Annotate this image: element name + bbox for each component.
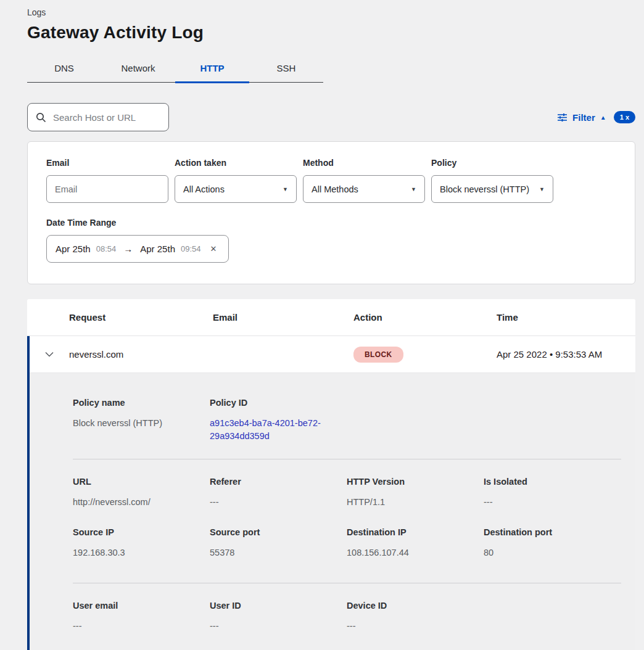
action-select-value: All Actions	[183, 184, 225, 194]
toolbar: Filter ▲ 1 x	[27, 103, 635, 131]
policy-id-link[interactable]: a91c3eb4-ba7a-4201-be72-29a934dd359d	[210, 417, 331, 443]
destination-ip-value: 108.156.107.44	[347, 546, 474, 559]
referer-label: Referer	[210, 477, 337, 487]
http-version-label: HTTP Version	[347, 477, 474, 487]
action-filter-label: Action taken	[175, 158, 297, 168]
daterange-label: Date Time Range	[46, 218, 616, 228]
device-id-label: Device ID	[347, 601, 474, 611]
policy-filter-label: Policy	[431, 158, 553, 168]
referer-value: ---	[210, 496, 337, 509]
policy-select[interactable]: Block neverssl (HTTP) ▼	[431, 175, 553, 203]
search-box[interactable]	[27, 103, 169, 131]
filter-sliders-icon	[557, 112, 568, 123]
tab-bar: DNS Network HTTP SSH	[27, 56, 323, 83]
row-action: BLOCK	[353, 347, 497, 363]
policy-name-value: Block neverssl (HTTP)	[73, 417, 200, 430]
search-input[interactable]	[53, 112, 160, 123]
tab-http[interactable]: HTTP	[175, 56, 249, 82]
user-id-label: User ID	[210, 601, 337, 611]
search-icon	[36, 112, 46, 123]
arrow-right-icon: →	[122, 244, 134, 254]
method-select[interactable]: All Methods ▼	[303, 175, 425, 203]
user-email-value: ---	[73, 620, 200, 633]
email-filter-label: Email	[46, 158, 168, 168]
destination-port-label: Destination port	[484, 527, 611, 537]
source-ip-label: Source IP	[73, 527, 200, 537]
section-divider	[73, 583, 621, 583]
tab-network[interactable]: Network	[101, 56, 175, 82]
chevron-down-icon: ▼	[539, 186, 545, 192]
row-request: neverssl.com	[69, 349, 213, 360]
url-value: http://neverssl.com/	[73, 496, 200, 509]
filter-label: Filter	[572, 112, 595, 123]
col-header-email: Email	[213, 312, 353, 323]
daterange-control[interactable]: Apr 25th 08:54 → Apr 25th 09:54 ✕	[46, 235, 229, 263]
row-expander[interactable]	[30, 352, 69, 357]
chevron-down-icon: ▼	[411, 186, 416, 192]
device-id-value: ---	[347, 620, 474, 633]
source-port-value: 55378	[210, 546, 337, 559]
destination-port-value: 80	[484, 546, 611, 559]
method-select-value: All Methods	[312, 184, 358, 194]
method-filter-label: Method	[303, 158, 425, 168]
daterange-end-date[interactable]: Apr 25th	[140, 244, 175, 254]
col-header-time: Time	[497, 312, 635, 323]
policy-name-label: Policy name	[73, 398, 200, 408]
user-id-value: ---	[210, 620, 337, 633]
tab-ssh[interactable]: SSH	[249, 56, 323, 82]
row-time: Apr 25 2022 • 9:53:53 AM	[497, 349, 635, 360]
log-table: Request Email Action Time neverssl.com B…	[27, 299, 635, 650]
is-isolated-value: ---	[484, 496, 611, 509]
row-details: Policy name Block neverssl (HTTP) Policy…	[30, 373, 635, 650]
table-row[interactable]: neverssl.com BLOCK Apr 25 2022 • 9:53:53…	[30, 336, 635, 373]
email-filter-input[interactable]	[46, 175, 168, 203]
policy-select-value: Block neverssl (HTTP)	[440, 184, 529, 194]
table-header-row: Request Email Action Time	[27, 299, 635, 336]
filter-count-badge[interactable]: 1 x	[614, 111, 635, 123]
daterange-start-time[interactable]: 08:54	[96, 244, 117, 253]
http-version-value: HTTP/1.1	[347, 496, 474, 509]
page-title: Gateway Activity Log	[27, 23, 644, 43]
filter-panel: Email Action taken All Actions ▼ Method …	[27, 141, 635, 284]
col-header-action: Action	[353, 312, 497, 323]
user-email-label: User email	[73, 601, 200, 611]
url-label: URL	[73, 477, 200, 487]
destination-ip-label: Destination IP	[347, 527, 474, 537]
status-badge: BLOCK	[353, 347, 403, 363]
col-header-request: Request	[69, 312, 213, 323]
daterange-start-date[interactable]: Apr 25th	[56, 244, 91, 254]
chevron-up-icon: ▲	[600, 114, 606, 121]
daterange-end-time[interactable]: 09:54	[181, 244, 201, 253]
close-icon[interactable]: ✕	[210, 244, 217, 253]
tab-dns[interactable]: DNS	[27, 56, 101, 82]
is-isolated-label: Is Isolated	[484, 477, 611, 487]
page-header: Logs Gateway Activity Log	[0, 0, 644, 43]
chevron-down-icon: ▼	[283, 186, 288, 192]
expanded-log-entry: neverssl.com BLOCK Apr 25 2022 • 9:53:53…	[27, 336, 635, 650]
breadcrumb[interactable]: Logs	[27, 7, 644, 17]
action-select[interactable]: All Actions ▼	[175, 175, 297, 203]
source-ip-value: 192.168.30.3	[73, 546, 200, 559]
filter-toggle[interactable]: Filter ▲ 1 x	[557, 111, 635, 123]
chevron-down-icon	[45, 352, 54, 357]
source-port-label: Source port	[210, 527, 337, 537]
section-divider	[73, 459, 621, 459]
policy-id-label: Policy ID	[210, 398, 337, 408]
